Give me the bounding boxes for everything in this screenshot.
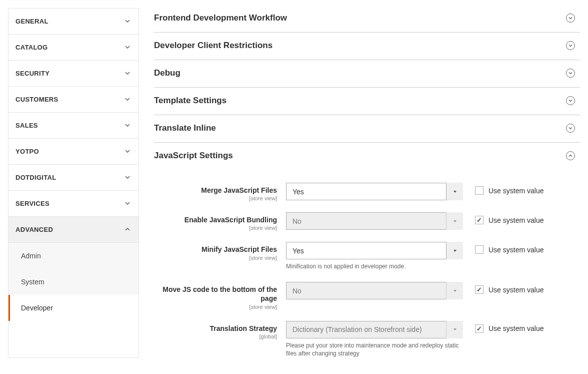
sidebar-item-label: ADVANCED bbox=[16, 226, 53, 233]
sidebar-item-services[interactable]: SERVICES bbox=[8, 191, 138, 217]
minify-select[interactable]: Yes bbox=[286, 242, 463, 259]
sidebar-item-catalog[interactable]: CATALOG bbox=[8, 35, 138, 61]
expand-icon bbox=[566, 69, 575, 78]
select-value: Yes bbox=[292, 188, 304, 196]
translation-use-system-checkbox[interactable] bbox=[475, 324, 484, 333]
field-label: Enable JavaScript Bundling bbox=[154, 215, 277, 224]
field-label: Move JS code to the bottom of the page bbox=[154, 285, 277, 303]
use-system-label: Use system value bbox=[488, 324, 544, 332]
section-developer-client-restrictions[interactable]: Developer Client Restrictions bbox=[154, 33, 580, 60]
field-minify: Minify JavaScript Files [store view] Yes… bbox=[154, 242, 580, 271]
section-title: Debug bbox=[154, 68, 180, 78]
use-system-label: Use system value bbox=[488, 286, 544, 294]
sidebar-item-advanced[interactable]: ADVANCED bbox=[8, 217, 138, 243]
sidebar-sub-label: Admin bbox=[21, 252, 41, 260]
select-value: Dictionary (Translation on Storefront si… bbox=[292, 325, 422, 333]
use-system-label: Use system value bbox=[488, 246, 544, 254]
sidebar-item-general[interactable]: GENERAL bbox=[8, 9, 138, 35]
section-template-settings[interactable]: Template Settings bbox=[154, 88, 580, 115]
movejs-use-system-checkbox[interactable] bbox=[475, 285, 484, 294]
bundling-select: No bbox=[286, 212, 463, 230]
select-value: Yes bbox=[292, 247, 304, 255]
caret-down-icon bbox=[446, 282, 463, 299]
sidebar-item-label: SALES bbox=[16, 122, 38, 129]
sidebar-item-label: CUSTOMERS bbox=[16, 96, 58, 103]
field-scope: [store view] bbox=[154, 225, 277, 231]
section-frontend-dev-workflow[interactable]: Frontend Development Workflow bbox=[154, 8, 580, 33]
sidebar-item-label: SECURITY bbox=[16, 70, 50, 77]
caret-down-icon bbox=[446, 212, 463, 230]
merge-js-use-system-checkbox[interactable] bbox=[475, 186, 484, 195]
field-label: Translation Strategy bbox=[154, 324, 277, 333]
sidebar-item-customers[interactable]: CUSTOMERS bbox=[8, 87, 138, 113]
expand-icon bbox=[566, 14, 575, 23]
sidebar-item-sales[interactable]: SALES bbox=[8, 113, 138, 139]
sidebar-sub-label: Developer bbox=[21, 304, 53, 312]
expand-icon bbox=[566, 96, 575, 105]
translation-note: Please put your store into maintenance m… bbox=[286, 341, 463, 358]
chevron-down-icon bbox=[124, 174, 132, 181]
section-javascript-settings[interactable]: JavaScript Settings bbox=[154, 143, 580, 170]
sidebar-sub-developer[interactable]: Developer bbox=[8, 295, 138, 321]
sidebar-item-label: GENERAL bbox=[16, 18, 48, 25]
movejs-select: No bbox=[286, 282, 463, 299]
chevron-down-icon bbox=[124, 122, 132, 129]
caret-down-icon bbox=[446, 183, 463, 200]
svg-marker-1 bbox=[454, 220, 456, 222]
sidebar-item-dotdigital[interactable]: DOTDIGITAL bbox=[8, 165, 138, 191]
section-translate-inline[interactable]: Translate Inline bbox=[154, 115, 580, 143]
section-debug[interactable]: Debug bbox=[154, 60, 580, 88]
sidebar-item-security[interactable]: SECURITY bbox=[8, 61, 138, 87]
field-merge-js: Merge JavaScript Files [store view] Yes … bbox=[154, 183, 580, 201]
section-title: Frontend Development Workflow bbox=[154, 13, 287, 23]
section-title: JavaScript Settings bbox=[154, 151, 233, 161]
select-value: No bbox=[292, 287, 302, 295]
svg-marker-3 bbox=[454, 290, 456, 292]
chevron-down-icon bbox=[124, 200, 132, 207]
field-bundling: Enable JavaScript Bundling [store view] … bbox=[154, 212, 580, 231]
svg-marker-4 bbox=[454, 328, 456, 330]
section-title: Developer Client Restrictions bbox=[154, 41, 272, 51]
select-value: No bbox=[292, 217, 302, 225]
sidebar-sub-system[interactable]: System bbox=[8, 269, 138, 295]
javascript-settings-fields: Merge JavaScript Files [store view] Yes … bbox=[154, 170, 580, 358]
svg-marker-2 bbox=[454, 250, 456, 252]
chevron-down-icon bbox=[124, 70, 132, 77]
caret-down-icon bbox=[446, 242, 463, 259]
minify-use-system-checkbox[interactable] bbox=[475, 245, 484, 254]
sidebar-item-label: YOTPO bbox=[16, 148, 39, 155]
sidebar-item-label: SERVICES bbox=[16, 200, 50, 207]
field-label: Minify JavaScript Files bbox=[154, 245, 277, 254]
field-scope: [store view] bbox=[154, 255, 277, 261]
field-translation: Translation Strategy [global] Dictionary… bbox=[154, 321, 580, 358]
expand-icon bbox=[566, 124, 575, 133]
caret-down-icon bbox=[446, 321, 463, 338]
main-content: Frontend Development Workflow Developer … bbox=[139, 8, 580, 358]
chevron-down-icon bbox=[124, 148, 132, 155]
use-system-label: Use system value bbox=[488, 216, 544, 224]
sidebar-item-yotpo[interactable]: YOTPO bbox=[8, 139, 138, 165]
minify-note: Minification is not applied in developer… bbox=[286, 262, 463, 271]
field-scope: [global] bbox=[154, 333, 277, 339]
config-sidebar: GENERAL CATALOG SECURITY CUSTOMERS SALES… bbox=[8, 8, 139, 358]
svg-marker-0 bbox=[454, 191, 456, 193]
sidebar-item-label: DOTDIGITAL bbox=[16, 174, 56, 181]
translation-select: Dictionary (Translation on Storefront si… bbox=[286, 321, 463, 338]
field-scope: [store view] bbox=[154, 195, 277, 201]
field-movejs: Move JS code to the bottom of the page [… bbox=[154, 282, 580, 309]
expand-icon bbox=[566, 41, 575, 50]
sidebar-advanced-submenu: Admin System Developer bbox=[8, 243, 138, 321]
collapse-icon bbox=[566, 151, 575, 160]
field-label: Merge JavaScript Files bbox=[154, 186, 277, 195]
chevron-down-icon bbox=[124, 44, 132, 51]
field-scope: [store view] bbox=[154, 304, 277, 310]
chevron-up-icon bbox=[124, 226, 132, 233]
sidebar-item-label: CATALOG bbox=[16, 44, 48, 51]
sidebar-sub-label: System bbox=[21, 278, 44, 286]
merge-js-select[interactable]: Yes bbox=[286, 183, 463, 200]
chevron-down-icon bbox=[124, 96, 132, 103]
section-title: Template Settings bbox=[154, 96, 226, 106]
bundling-use-system-checkbox[interactable] bbox=[475, 216, 484, 224]
chevron-down-icon bbox=[124, 18, 132, 25]
sidebar-sub-admin[interactable]: Admin bbox=[8, 243, 138, 269]
